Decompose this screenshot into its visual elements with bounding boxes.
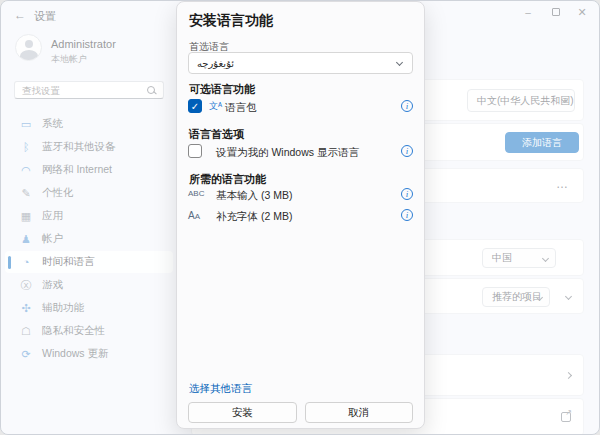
info-icon[interactable]: i <box>401 145 413 157</box>
choose-other-language-link[interactable]: 选择其他语言 <box>189 382 252 396</box>
basic-typing-icon: ABC <box>188 189 204 198</box>
supplemental-fonts-row: AA 补充字体 (2 MB) i <box>188 207 414 225</box>
display-language-label: 设置为我的 Windows 显示语言 <box>216 146 359 160</box>
info-icon[interactable]: i <box>401 188 413 200</box>
dialog-buttons: 安装 取消 <box>188 402 413 423</box>
language-pack-checkbox[interactable]: ✓ <box>188 99 202 113</box>
language-preferences-heading: 语言首选项 <box>189 127 244 142</box>
display-language-row: 设置为我的 Windows 显示语言 i <box>188 143 414 161</box>
supplemental-fonts-label: 补充字体 (2 MB) <box>216 210 292 224</box>
info-icon[interactable]: i <box>401 209 413 221</box>
language-pack-row: ✓ 文ᴬ 语言包 i <box>188 98 414 116</box>
basic-typing-row: ABC 基本输入 (3 MB) i <box>188 186 414 204</box>
required-features-heading: 所需的语言功能 <box>189 172 266 187</box>
language-pack-label: 语言包 <box>225 101 257 115</box>
info-icon[interactable]: i <box>401 100 413 112</box>
display-language-checkbox[interactable] <box>188 144 202 158</box>
install-language-dialog: 安装语言功能 首选语言 ئۇيغۇرچە 可选语言功能 ✓ 文ᴬ 语言包 i 语… <box>176 1 425 429</box>
preferred-language-value: ئۇيغۇرچە <box>197 58 234 69</box>
cancel-button[interactable]: 取消 <box>305 402 414 423</box>
language-pack-icon: 文ᴬ <box>209 100 222 113</box>
supplemental-fonts-icon: AA <box>188 210 200 221</box>
settings-window: ← 设置 – ✕ Administrator 本地帐户 系统 蓝牙和其他设备 <box>0 0 600 435</box>
basic-typing-label: 基本输入 (3 MB) <box>216 189 292 203</box>
install-button[interactable]: 安装 <box>188 402 297 423</box>
chevron-down-icon <box>396 59 403 66</box>
preferred-language-dropdown[interactable]: ئۇيغۇرچە <box>188 52 413 74</box>
dialog-title: 安装语言功能 <box>189 12 273 30</box>
font-glyph-large: A <box>188 210 195 221</box>
font-glyph-small: A <box>195 212 200 221</box>
optional-features-heading: 可选语言功能 <box>189 82 255 97</box>
